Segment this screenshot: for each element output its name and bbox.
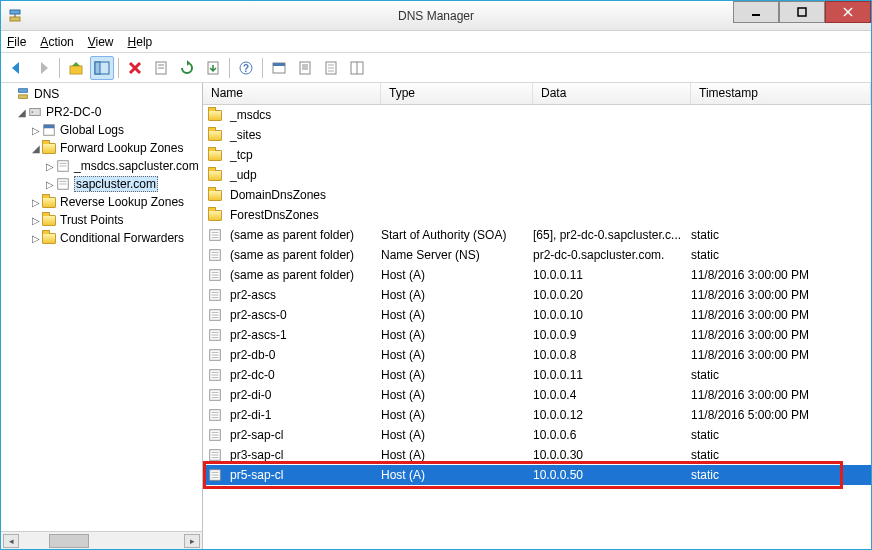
filter-button[interactable] — [319, 56, 343, 80]
folder-icon — [207, 167, 223, 183]
tree-label: PR2-DC-0 — [46, 105, 101, 119]
record-icon — [207, 427, 223, 443]
column-header-type[interactable]: Type — [381, 83, 533, 104]
record-icon — [207, 367, 223, 383]
svg-rect-4 — [798, 8, 806, 16]
expand-icon[interactable]: ▷ — [31, 125, 41, 136]
list-record-row[interactable]: pr2-sap-cl Host (A) 10.0.0.6 static — [203, 425, 871, 445]
tree-sapcluster-zone[interactable]: ▷ sapcluster.com — [3, 175, 202, 193]
properties-button[interactable] — [149, 56, 173, 80]
list-cell-name: _sites — [230, 128, 261, 142]
new-record-button[interactable] — [293, 56, 317, 80]
tree-label: sapcluster.com — [74, 176, 158, 192]
svg-rect-31 — [19, 95, 28, 99]
tree-trust-points[interactable]: ▷ Trust Points — [3, 211, 202, 229]
folder-icon — [207, 147, 223, 163]
expand-icon[interactable]: ▷ — [31, 197, 41, 208]
list-cell-name: pr3-sap-cl — [230, 448, 283, 462]
menu-help[interactable]: Help — [128, 35, 153, 49]
list-record-row[interactable]: pr2-ascs Host (A) 10.0.0.20 11/8/2016 3:… — [203, 285, 871, 305]
expand-icon[interactable]: ▷ — [45, 179, 55, 190]
maximize-button[interactable] — [779, 1, 825, 23]
tree-forward-zones[interactable]: ◢ Forward Lookup Zones — [3, 139, 202, 157]
export-button[interactable] — [201, 56, 225, 80]
expand-icon[interactable]: ▷ — [45, 161, 55, 172]
list-cell-name: pr2-di-0 — [230, 388, 271, 402]
scroll-thumb[interactable] — [49, 534, 89, 548]
tree-label: Trust Points — [60, 213, 124, 227]
toolbar-separator — [118, 58, 119, 78]
list-cell-type: Host (A) — [381, 308, 533, 322]
list-record-row[interactable]: pr2-ascs-0 Host (A) 10.0.0.10 11/8/2016 … — [203, 305, 871, 325]
list-cell-name: pr2-di-1 — [230, 408, 271, 422]
new-wizard-button[interactable] — [267, 56, 291, 80]
list-cell-data: 10.0.0.6 — [533, 428, 691, 442]
tree-pane[interactable]: DNS ◢ PR2-DC-0 ▷ Global Logs ◢ Forward L… — [1, 83, 203, 549]
list-record-row[interactable]: pr3-sap-cl Host (A) 10.0.0.30 static — [203, 445, 871, 465]
list-folder-row[interactable]: ForestDnsZones — [203, 205, 871, 225]
menubar: File Action View Help — [1, 31, 871, 53]
list-cell-timestamp: 11/8/2016 3:00:00 PM — [691, 348, 871, 362]
scroll-left-button[interactable]: ◂ — [3, 534, 19, 548]
expand-icon[interactable]: ◢ — [17, 107, 27, 118]
list-folder-row[interactable]: _msdcs — [203, 105, 871, 125]
list-cell-timestamp: 11/8/2016 3:00:00 PM — [691, 328, 871, 342]
expand-icon[interactable]: ▷ — [31, 215, 41, 226]
column-button[interactable] — [345, 56, 369, 80]
tree-conditional-forwarders[interactable]: ▷ Conditional Forwarders — [3, 229, 202, 247]
up-button[interactable] — [64, 56, 88, 80]
main-area: DNS ◢ PR2-DC-0 ▷ Global Logs ◢ Forward L… — [1, 83, 871, 549]
tree-reverse-zones[interactable]: ▷ Reverse Lookup Zones — [3, 193, 202, 211]
show-hide-tree-button[interactable] — [90, 56, 114, 80]
list-cell-timestamp: 11/8/2016 3:00:00 PM — [691, 268, 871, 282]
list-record-row[interactable]: pr2-ascs-1 Host (A) 10.0.0.9 11/8/2016 3… — [203, 325, 871, 345]
list-body[interactable]: _msdcs _sites _tcp _udp DomainDnsZones F… — [203, 105, 871, 549]
svg-rect-1 — [10, 17, 20, 21]
list-folder-row[interactable]: _tcp — [203, 145, 871, 165]
list-record-row[interactable]: pr2-db-0 Host (A) 10.0.0.8 11/8/2016 3:0… — [203, 345, 871, 365]
list-folder-row[interactable]: _udp — [203, 165, 871, 185]
record-icon — [207, 267, 223, 283]
tree-msdcs-zone[interactable]: ▷ _msdcs.sapcluster.com — [3, 157, 202, 175]
list-cell-name: _msdcs — [230, 108, 271, 122]
folder-icon — [41, 212, 57, 228]
help-button[interactable]: ? — [234, 56, 258, 80]
tree-server[interactable]: ◢ PR2-DC-0 — [3, 103, 202, 121]
close-button[interactable] — [825, 1, 871, 23]
list-cell-timestamp: 11/8/2016 3:00:00 PM — [691, 308, 871, 322]
tree-global-logs[interactable]: ▷ Global Logs — [3, 121, 202, 139]
list-cell-name: pr2-db-0 — [230, 348, 275, 362]
refresh-button[interactable] — [175, 56, 199, 80]
tree-horizontal-scrollbar[interactable]: ◂ ▸ — [1, 531, 202, 549]
menu-view[interactable]: View — [88, 35, 114, 49]
delete-button[interactable] — [123, 56, 147, 80]
list-cell-data: 10.0.0.8 — [533, 348, 691, 362]
list-record-row[interactable]: pr2-dc-0 Host (A) 10.0.0.11 static — [203, 365, 871, 385]
column-header-data[interactable]: Data — [533, 83, 691, 104]
minimize-button[interactable] — [733, 1, 779, 23]
column-header-name[interactable]: Name — [203, 83, 381, 104]
list-folder-row[interactable]: DomainDnsZones — [203, 185, 871, 205]
column-header-timestamp[interactable]: Timestamp — [691, 83, 871, 104]
menu-file[interactable]: File — [7, 35, 26, 49]
folder-icon — [207, 207, 223, 223]
menu-action[interactable]: Action — [40, 35, 73, 49]
tree-root-dns[interactable]: DNS — [3, 85, 202, 103]
svg-rect-32 — [30, 109, 41, 116]
back-button[interactable] — [5, 56, 29, 80]
list-record-row[interactable]: (same as parent folder) Start of Authori… — [203, 225, 871, 245]
list-record-row[interactable]: pr2-di-0 Host (A) 10.0.0.4 11/8/2016 3:0… — [203, 385, 871, 405]
expand-icon[interactable]: ▷ — [31, 233, 41, 244]
collapse-icon[interactable]: ◢ — [31, 143, 41, 154]
list-folder-row[interactable]: _sites — [203, 125, 871, 145]
list-cell-name: pr2-sap-cl — [230, 428, 283, 442]
scroll-right-button[interactable]: ▸ — [184, 534, 200, 548]
tree-label: _msdcs.sapcluster.com — [74, 159, 199, 173]
forward-button[interactable] — [31, 56, 55, 80]
list-record-row[interactable]: (same as parent folder) Name Server (NS)… — [203, 245, 871, 265]
list-cell-name: (same as parent folder) — [230, 248, 354, 262]
list-record-row[interactable]: (same as parent folder) Host (A) 10.0.0.… — [203, 265, 871, 285]
list-record-row[interactable]: pr5-sap-cl Host (A) 10.0.0.50 static — [203, 465, 871, 485]
zone-icon — [55, 158, 71, 174]
list-record-row[interactable]: pr2-di-1 Host (A) 10.0.0.12 11/8/2016 5:… — [203, 405, 871, 425]
